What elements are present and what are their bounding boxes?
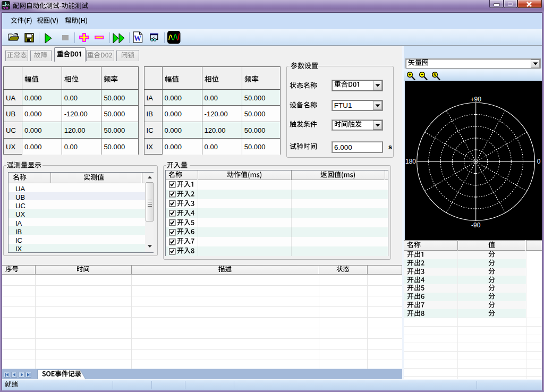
svg-text:-90: -90	[471, 221, 481, 229]
svg-text:W: W	[134, 35, 141, 42]
svg-text:+90: +90	[471, 96, 482, 103]
svg-text:180: 180	[405, 158, 416, 165]
svg-text:0: 0	[537, 158, 541, 165]
svg-text:N: N	[433, 73, 436, 76]
